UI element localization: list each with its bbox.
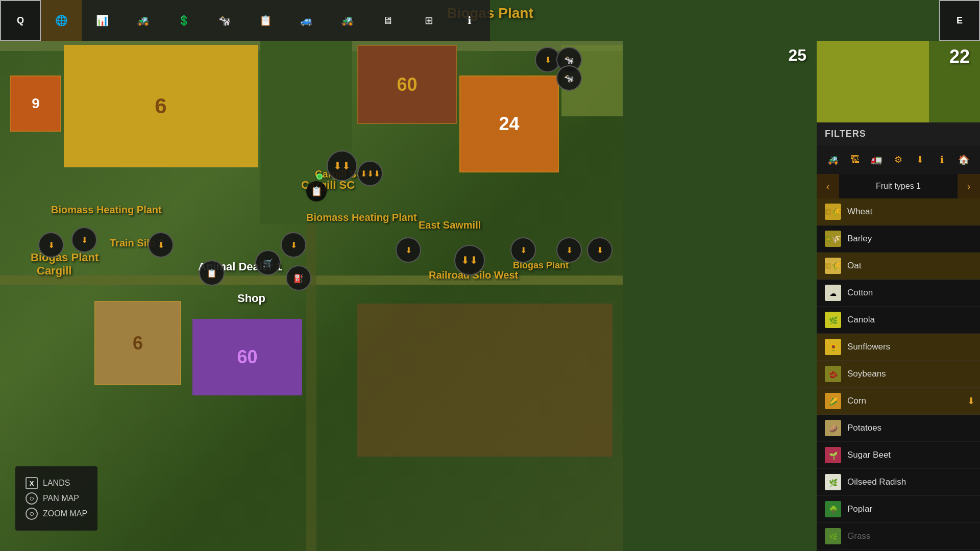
filter-home-icon[interactable]: 🏠 [955, 151, 972, 169]
biogas-right-dl-icon[interactable]: ⬇ [510, 237, 536, 263]
filter-truck-icon[interactable]: 🚛 [868, 151, 885, 169]
fuel-icon[interactable]: ⛽ [286, 265, 311, 291]
fruit-list: 🌾 Wheat 🌾 Barley 🌾 Oat ☁ Cotton [817, 198, 980, 551]
poplar-icon: 🌳 [825, 501, 841, 517]
biomass-dl-icon[interactable]: ⬇ [281, 232, 306, 258]
fruit-item-sugarbeet[interactable]: 🌱 Sugar Beet [817, 442, 980, 469]
cotton-name: Cotton [847, 288, 972, 298]
svg-text:🌿: 🌿 [829, 479, 838, 487]
map-controls: X LANDS ○ PAN MAP ○ ZOOM MAP [15, 466, 97, 531]
oilseed-icon: 🌿 [825, 474, 841, 490]
fruit-types-prev-arrow[interactable]: ‹ [817, 174, 839, 198]
filters-header: FILTERS [817, 122, 980, 145]
contracts-button[interactable]: 📋 [245, 0, 286, 41]
field-25-badge: 25 [788, 46, 806, 65]
fruit-types-header: ‹ Fruit types 1 › [817, 174, 980, 198]
cargill-misc-icon[interactable]: 📋 [306, 181, 327, 202]
svg-text:🌿: 🌿 [829, 316, 838, 325]
corn-name: Corn [847, 396, 972, 406]
sugarbeet-name: Sugar Beet [847, 450, 972, 460]
field-6-number: 6 [155, 94, 166, 118]
pan-label: PAN MAP [43, 494, 79, 503]
svg-text:🫘: 🫘 [829, 370, 838, 379]
canola-name: Canola [847, 315, 972, 325]
money-button[interactable]: 💲 [163, 0, 204, 41]
e-button[interactable]: E [939, 0, 980, 41]
oilseed-name: Oilseed Radish [847, 477, 972, 487]
fruit-item-oat[interactable]: 🌾 Oat [817, 253, 980, 280]
filter-download-icon[interactable]: ⬇ [912, 151, 928, 169]
train-silo-dl-icon[interactable]: ⬇ [71, 227, 97, 253]
fruit-item-grass[interactable]: 🌿 Grass [817, 523, 980, 550]
panel-field-preview: 22 [817, 41, 980, 122]
field-23-number: 24 [499, 113, 519, 135]
svg-text:🌿: 🌿 [829, 533, 838, 541]
svg-text:🌻: 🌻 [829, 343, 838, 352]
svg-text:🥔: 🥔 [829, 424, 838, 433]
oat-icon: 🌾 [825, 258, 841, 274]
train-silo-dl-icon2[interactable]: ⬇ [148, 232, 174, 258]
stats-button[interactable]: 📊 [82, 0, 122, 41]
biogas-dl-icon[interactable]: ⬇ [38, 232, 64, 258]
info-button[interactable]: ℹ [449, 0, 490, 41]
pan-key: ○ [26, 492, 38, 505]
barley-icon: 🌾 [825, 231, 841, 247]
fruit-item-wheat[interactable]: 🌾 Wheat [817, 198, 980, 226]
barley-name: Barley [847, 234, 972, 244]
field-24-number: 60 [397, 74, 417, 95]
wheat-name: Wheat [847, 207, 972, 217]
top-dl-icon3[interactable]: 🐄 [556, 65, 582, 91]
fruit-item-sunflowers[interactable]: 🌻 Sunflowers [817, 334, 980, 361]
grid-button[interactable]: ⊞ [408, 0, 449, 41]
shop-icon[interactable]: 🛒 [255, 250, 281, 276]
fruit-item-poplar[interactable]: 🌳 Poplar [817, 496, 980, 523]
filter-tractor-icon[interactable]: 🚜 [825, 151, 842, 169]
svg-text:🌽: 🌽 [829, 397, 838, 406]
field-9-number: 9 [32, 95, 40, 112]
fruit-types-next-arrow[interactable]: › [958, 174, 980, 198]
fruit-item-canola[interactable]: 🌿 Canola [817, 307, 980, 334]
potatoes-icon: 🥔 [825, 420, 841, 436]
filter-gear-icon[interactable]: ⚙ [890, 151, 907, 169]
fruit-item-oilseed[interactable]: 🌿 Oilseed Radish [817, 469, 980, 496]
map-button[interactable]: 🌐 [41, 0, 82, 41]
filter-construction-icon[interactable]: 🏗 [847, 151, 864, 169]
fruit-item-soybeans[interactable]: 🫘 Soybeans [817, 361, 980, 388]
filter-info-icon[interactable]: ℹ [934, 151, 950, 169]
q-button[interactable]: Q [0, 0, 41, 41]
right-dl-icon[interactable]: ⬇ [587, 237, 612, 263]
vehicles-button[interactable]: 🚙 [286, 0, 327, 41]
monitor-button[interactable]: 🖥 [368, 0, 408, 41]
fruit-item-barley[interactable]: 🌾 Barley [817, 226, 980, 253]
oat-name: Oat [847, 261, 972, 271]
fruit-item-potatoes[interactable]: 🥔 Potatoes [817, 415, 980, 442]
zoom-key: ○ [26, 508, 38, 520]
potatoes-name: Potatoes [847, 423, 972, 433]
fruit-item-corn[interactable]: 🌽 Corn ⬇ [817, 388, 980, 415]
toolbar: Q 🌐 📊 🚜 💲 🐄 📋 🚙 🚜 🖥 ⊞ ℹ E [0, 0, 980, 41]
animals-button[interactable]: 🐄 [204, 0, 245, 41]
missions-button[interactable]: 🚜 [327, 0, 368, 41]
cargill-download-icon2[interactable]: ⬇⬇⬇ [357, 161, 383, 186]
filter-icons-row: 🚜 🏗 🚛 ⚙ ⬇ ℹ 🏠 [817, 145, 980, 174]
poplar-name: Poplar [847, 504, 972, 514]
lands-label: LANDS [43, 479, 70, 488]
railroad-dl-icon1[interactable]: ⬇ [396, 237, 421, 263]
fruit-item-cotton[interactable]: ☁ Cotton [817, 280, 980, 307]
svg-text:🌳: 🌳 [829, 506, 838, 514]
svg-text:🌾: 🌾 [826, 264, 830, 268]
corn-icon: 🌽 [825, 393, 841, 409]
soybeans-icon: 🫘 [825, 366, 841, 382]
railroad-dl-icon2[interactable]: ⬇⬇ [454, 245, 485, 276]
svg-text:🌾: 🌾 [826, 210, 830, 214]
grass-name: Grass [847, 531, 972, 541]
sunflowers-icon: 🌻 [825, 339, 841, 355]
cargill-download-icon1[interactable]: ⬇⬇ [327, 151, 357, 181]
contract-icon[interactable]: 📋 [199, 260, 225, 286]
train-pier-dl-icon[interactable]: ⬇ [556, 237, 582, 263]
tractor-button[interactable]: 🚜 [122, 0, 163, 41]
sunflowers-name: Sunflowers [847, 342, 972, 352]
right-panel: 22 FILTERS 🚜 🏗 🚛 ⚙ ⬇ ℹ 🏠 ‹ Fruit types 1… [817, 41, 980, 551]
field-61-number: 6 [133, 333, 143, 354]
svg-text:🌱: 🌱 [829, 452, 838, 460]
